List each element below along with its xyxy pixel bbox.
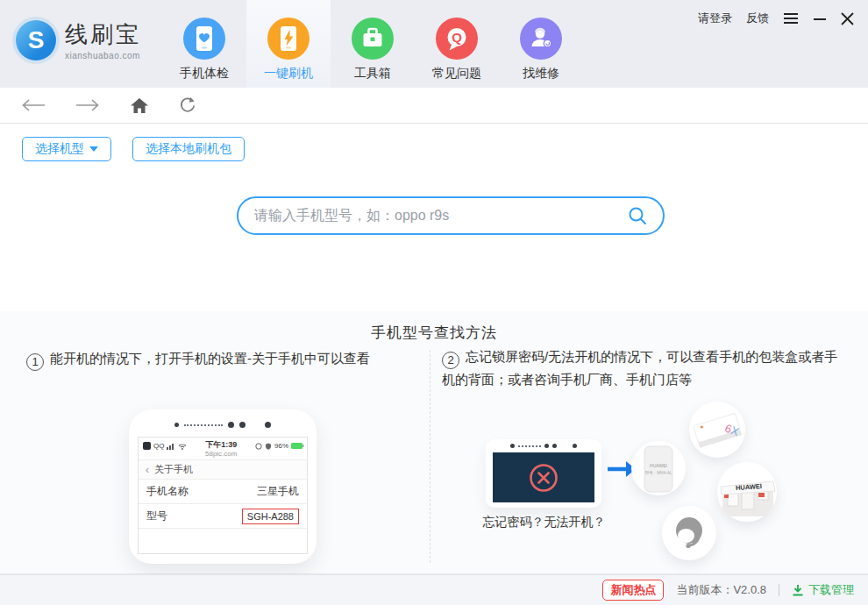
model-lookup-guide: 手机型号查找方法 1能开机的情况下，打开手机的设置-关于手机中可以查看 2忘记锁… [0,311,868,574]
select-local-rom-button[interactable]: 选择本地刷机包 [132,137,245,161]
toolbox-icon [352,18,394,60]
phone-speaker-dots [129,409,317,428]
orientation-icon [255,443,262,450]
download-label: 下载管理 [808,582,854,598]
svg-text:HUAWEI: HUAWEI [650,463,667,468]
select-local-rom-label: 选择本地刷机包 [146,141,231,157]
settings-phone-illustration: QQ 下午1:39 58pic.com 96% ‹ 关于手机 [129,409,317,564]
step-text: 能开机的情况下，打开手机的设置-关于手机中可以查看 [50,351,370,366]
battery-percent: 96% [274,442,288,450]
about-phone-label: 关于手机 [154,463,193,476]
row-label: 型号 [146,509,167,523]
main-nav: 手机体检 一键刷机 工具箱 [162,0,583,88]
locked-caption: 忘记密码？无法开机？ [463,515,625,530]
footer-divider [779,584,779,596]
menu-icon[interactable] [783,12,799,25]
nav-item-find-repair[interactable]: 找维修 [499,0,583,88]
row-value: 三星手机 [257,484,299,499]
faq-icon: Q [436,18,478,60]
download-icon [792,584,804,596]
svg-text:型号：MHA-AL: 型号：MHA-AL [644,470,672,475]
svg-text:Q: Q [452,30,462,45]
signal-icon [167,443,175,450]
battery-icon [291,443,302,449]
forward-icon[interactable] [75,98,100,112]
nav-label: 手机体检 [162,66,246,82]
model-number-row: 型号 SGH-A288 [139,504,307,529]
select-model-label: 选择机型 [35,141,84,157]
home-icon[interactable] [130,97,149,114]
app-title: 线刷宝 [65,19,141,50]
wifi-icon [178,443,187,450]
carrier-label: QQ [153,442,164,450]
phone-site: 58pic.com [205,450,237,459]
about-phone-row: ‹ 关于手机 [139,460,307,480]
back-icon[interactable] [21,98,46,112]
minimize-icon[interactable] [813,12,827,25]
step-number: 2 [442,352,459,369]
feedback-link[interactable]: 反馈 [746,11,769,26]
phone-screen: QQ 下午1:39 58pic.com 96% ‹ 关于手机 [138,437,308,554]
login-link[interactable]: 请登录 [698,11,732,26]
guide-title: 手机型号查找方法 [0,323,868,343]
nav-label: 一键刷机 [246,66,331,82]
flash-phone-icon [267,18,309,60]
phone-speaker-dots [486,439,601,448]
back-chevron-icon: ‹ [146,464,149,476]
search-input[interactable] [254,208,621,224]
nav-item-phone-checkup[interactable]: 手机体检 [162,0,246,88]
packaging-box-illustration: 6X [689,402,745,458]
close-icon[interactable] [841,12,854,25]
app-logo: S 线刷宝 xianshuabao.com [16,19,141,60]
guide-step-2: 2忘记锁屏密码/无法开机的情况下，可以查看手机的包装盒或者手机的背面；或者咨询手… [442,346,838,389]
action-buttons: 选择机型 选择本地刷机包 [22,137,245,161]
error-x-icon [526,460,561,495]
browser-toolbar [0,88,868,124]
search-icon[interactable] [628,206,647,225]
window-controls: 请登录 反馈 [698,11,854,26]
phone-name-row: 手机名称 三星手机 [139,480,307,504]
customer-service-illustration [662,506,716,560]
download-manager-button[interactable]: 下载管理 [792,582,854,598]
step-text: 忘记锁屏密码/无法开机的情况下，可以查看手机的包装盒或者手机的背面；或者咨询手机… [442,349,837,387]
version-label: 当前版本：V2.0.8 [676,582,766,598]
app-domain: xianshuabao.com [65,51,141,60]
model-number-highlight: SGH-A288 [242,509,299,524]
app-header: S 线刷宝 xianshuabao.com 手机体检 [0,0,868,88]
error-screen [493,452,594,502]
select-model-button[interactable]: 选择机型 [22,137,111,161]
nav-label: 找维修 [499,66,583,82]
row-label: 手机名称 [146,484,189,499]
nav-item-faq[interactable]: Q 常见问题 [415,0,499,88]
store-illustration: HUAWEI [717,462,777,522]
logo-icon: S [16,20,56,60]
column-divider [430,350,430,563]
shield-icon [265,443,272,450]
refresh-icon[interactable] [179,96,196,114]
phone-health-icon [183,18,225,60]
news-hotspot-button[interactable]: 新闻热点 [602,580,664,601]
nav-label: 工具箱 [331,66,415,82]
nav-label: 常见问题 [415,66,499,82]
nav-item-one-key-flash[interactable]: 一键刷机 [246,0,331,88]
repair-icon [520,18,562,60]
chevron-down-icon [89,146,98,152]
qq-icon [143,442,151,450]
search-box [237,196,665,235]
status-bar: 新闻热点 当前版本：V2.0.8 下载管理 [0,574,868,605]
phone-status-bar: QQ 下午1:39 58pic.com 96% [139,438,307,460]
phone-time: 下午1:39 [205,440,237,450]
step-number: 1 [26,353,44,371]
phone-back-illustration: HUAWEI 型号：MHA-AL [631,441,686,495]
locked-phone-illustration [486,439,601,508]
nav-item-toolbox[interactable]: 工具箱 [331,0,415,88]
guide-step-1: 1能开机的情况下，打开手机的设置-关于手机中可以查看 [26,348,425,371]
